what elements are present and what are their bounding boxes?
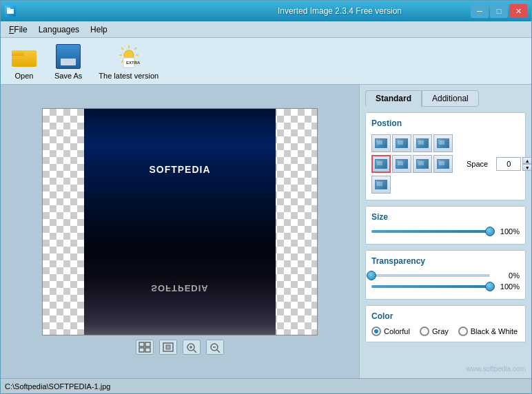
open-button[interactable]: Open	[6, 40, 42, 83]
open-label: Open	[15, 72, 34, 80]
svg-line-22	[194, 350, 196, 353]
svg-text:EXTRA: EXTRA	[126, 61, 141, 65]
space-input[interactable]	[496, 157, 521, 171]
latest-version-button[interactable]: EXTRA The latest version	[94, 40, 163, 83]
tab-standard[interactable]: Standard	[365, 90, 422, 107]
size-slider-row: 100%	[371, 227, 520, 236]
pos-top-center[interactable]	[392, 134, 411, 152]
svg-rect-15	[139, 348, 144, 352]
radio-gray-circle	[420, 326, 429, 336]
transparency-value1: 0%	[495, 271, 520, 280]
main-content: SOFTPEDIA SOFTPEDIA	[1, 85, 531, 378]
svg-rect-1	[7, 8, 10, 10]
transparency-slider2-row: 100%	[371, 282, 520, 291]
save-as-label: Save As	[54, 72, 82, 80]
latest-version-icon: EXTRA	[115, 43, 143, 70]
transparency-section: Transparency 0% 100%	[365, 250, 526, 300]
pos-mid-left[interactable]	[433, 134, 453, 152]
close-button[interactable]: ✕	[509, 4, 527, 18]
transparency-slider2-track[interactable]	[371, 285, 490, 288]
tab-additional[interactable]: Additional	[422, 90, 479, 107]
space-decrement[interactable]: ▼	[522, 164, 531, 171]
space-input-wrap: ▲ ▼	[496, 157, 531, 171]
radio-bw-circle	[458, 326, 468, 336]
fit-to-window-button[interactable]	[136, 340, 154, 355]
transparency-slider1-thumb[interactable]	[367, 271, 376, 280]
radio-bw[interactable]: Black & White	[458, 326, 518, 336]
space-spinners: ▲ ▼	[522, 157, 531, 171]
tabs: Standard Additional	[365, 90, 526, 107]
size-value: 100%	[495, 227, 520, 236]
image-text-top: SOFTPEDIA	[149, 164, 210, 175]
menu-languages[interactable]: Languages	[33, 23, 85, 36]
pos-bot-center[interactable]	[433, 155, 453, 173]
window-title: Inverted Image 2.3.4 Free version	[278, 6, 402, 16]
radio-colorful-circle	[371, 326, 381, 336]
radio-gray-label: Gray	[432, 327, 449, 335]
position-title: Postion	[371, 118, 520, 128]
zoom-out-button[interactable]	[206, 340, 224, 355]
svg-rect-13	[139, 342, 144, 346]
zoom-in-button[interactable]	[183, 340, 201, 355]
position-section: Postion	[365, 112, 526, 200]
color-title: Color	[371, 311, 520, 321]
svg-rect-14	[145, 342, 150, 346]
canvas-area: SOFTPEDIA SOFTPEDIA	[1, 85, 359, 378]
svg-rect-0	[7, 9, 14, 14]
image-container: SOFTPEDIA SOFTPEDIA	[42, 108, 318, 335]
transparency-slider1-track[interactable]	[371, 274, 490, 277]
statusbar: C:\Softpedia\SOFTPEDIA-1.jpg	[1, 378, 531, 393]
radio-bw-label: Black & White	[471, 327, 518, 335]
maximize-button[interactable]: □	[490, 4, 508, 18]
space-control: Space ▲ ▼	[461, 157, 531, 171]
menu-file[interactable]: FFile	[3, 23, 33, 36]
transparency-slider1-row: 0%	[371, 271, 520, 280]
pos-bot-right[interactable]	[371, 176, 391, 194]
transparency-value2: 100%	[495, 282, 520, 291]
latest-version-label: The latest version	[99, 72, 158, 80]
svg-rect-18	[166, 345, 170, 349]
app-icon	[5, 6, 16, 17]
save-as-button[interactable]: Save As	[50, 40, 86, 83]
pos-top-left[interactable]	[371, 134, 391, 152]
space-label: Space	[467, 160, 488, 168]
image-text-bottom: SOFTPEDIA	[151, 283, 208, 293]
right-panel: Standard Additional Postion	[359, 85, 531, 378]
transparency-slider2-fill	[371, 285, 490, 288]
radio-colorful[interactable]: Colorful	[371, 326, 410, 336]
svg-rect-16	[145, 348, 150, 352]
position-grid	[371, 134, 453, 194]
color-radio-row: Colorful Gray Black & White	[371, 326, 520, 336]
center-button[interactable]	[159, 340, 177, 355]
titlebar-left	[5, 6, 16, 17]
save-as-icon	[54, 43, 82, 70]
pos-bot-left[interactable]	[413, 155, 432, 173]
titlebar: Inverted Image 2.3.4 Free version ─ □ ✕	[1, 1, 531, 21]
pos-mid-center[interactable]	[371, 155, 391, 173]
space-increment[interactable]: ▲	[522, 157, 531, 164]
minimize-button[interactable]: ─	[471, 4, 489, 18]
toolbar: Open Save As	[1, 38, 531, 85]
watermark: www.softpedia.com	[365, 362, 526, 373]
titlebar-buttons: ─ □ ✕	[471, 4, 527, 18]
statusbar-path: C:\Softpedia\SOFTPEDIA-1.jpg	[5, 382, 110, 391]
svg-line-7	[121, 48, 123, 50]
size-slider-thumb[interactable]	[485, 227, 495, 236]
image-dark: SOFTPEDIA SOFTPEDIA	[84, 109, 276, 335]
transparency-title: Transparency	[371, 256, 520, 266]
radio-gray[interactable]: Gray	[420, 326, 449, 336]
zoom-toolbar	[136, 340, 224, 355]
size-title: Size	[371, 212, 520, 222]
menubar: FFile Languages Help	[1, 21, 531, 38]
radio-colorful-label: Colorful	[384, 327, 410, 335]
menu-help[interactable]: Help	[85, 23, 113, 36]
pos-top-right[interactable]	[413, 134, 432, 152]
size-slider-fill	[371, 230, 490, 233]
pos-mid-right[interactable]	[392, 155, 411, 173]
size-slider-track[interactable]	[371, 230, 490, 233]
main-window: Inverted Image 2.3.4 Free version ─ □ ✕ …	[0, 0, 532, 394]
svg-line-9	[134, 48, 136, 50]
open-icon	[10, 43, 38, 70]
size-section: Size 100%	[365, 206, 526, 245]
transparency-slider2-thumb[interactable]	[485, 282, 495, 291]
